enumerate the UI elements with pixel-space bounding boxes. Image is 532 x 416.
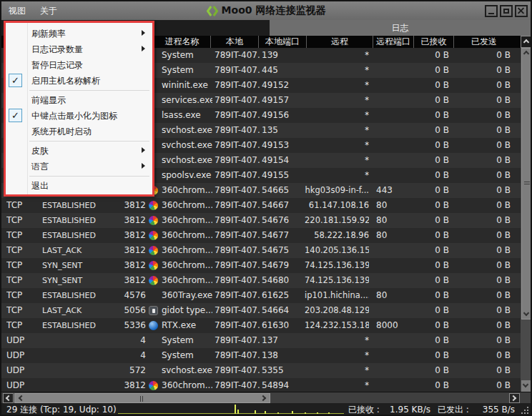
cell-lport: 54894: [262, 378, 303, 392]
header-sent[interactable]: 已发送: [454, 36, 514, 48]
cell-lport: 54665: [262, 183, 303, 198]
menu-bar: 视图 关于: [6, 1, 60, 20]
cell-local: 789IT-407...: [215, 243, 260, 258]
cell-recv: 0 B: [400, 333, 449, 348]
table-row[interactable]: UDP4System789IT-407...137*0 B0 B: [1, 333, 521, 348]
scroll-right-button[interactable]: [509, 393, 520, 403]
thumb-right-arrow-icon: [260, 395, 266, 401]
table-row[interactable]: UDP572svchost.exe789IT-407...5355*0 B0 B: [1, 363, 521, 378]
cell-name: 360chrom...: [162, 243, 212, 258]
cell-recv: 0 B: [400, 228, 449, 243]
cell-lport: 49152: [262, 78, 303, 93]
process-icon-pinwheel: [149, 246, 158, 255]
graph-spike: [265, 411, 266, 414]
menu-item-10[interactable]: 语言: [6, 159, 152, 174]
resize-grip-icon[interactable]: [520, 406, 528, 414]
menu-item-2[interactable]: 暂停日志记录: [6, 57, 152, 73]
submenu-arrow-icon: [142, 46, 145, 51]
cell-lport: 49154: [262, 153, 303, 168]
cell-local: 789IT-407...: [215, 333, 260, 348]
menu-item-5[interactable]: 前端显示: [6, 92, 152, 108]
minimize-button[interactable]: [485, 5, 498, 17]
cell-remote: 203.208.48.129: [305, 303, 369, 318]
table-row[interactable]: TCPESTABLISHED3812360chrom...789IT-407..…: [1, 213, 521, 228]
vertical-scrollbar-thumb[interactable]: [521, 48, 531, 320]
header-remote[interactable]: 远程: [307, 36, 373, 48]
cell-lport: 54675: [262, 243, 303, 258]
table-row[interactable]: TCPESTABLISHED3812360chrom...789IT-407..…: [1, 198, 521, 213]
table-row[interactable]: TCPLAST_ACK5056gidot type...789IT-407...…: [1, 303, 521, 318]
cell-recv: 0 B: [400, 318, 449, 333]
header-local[interactable]: 本地: [211, 36, 259, 48]
checked-checkbox-icon: ✓: [9, 74, 22, 87]
table-row[interactable]: TCPLAST_ACK3812360chrom...789IT-407...54…: [1, 243, 521, 258]
menu-item-0[interactable]: 刷新频率: [6, 26, 152, 41]
cell-lport: 5355: [262, 363, 303, 378]
cell-sent: 0 B: [462, 48, 511, 63]
menu-item-9[interactable]: 皮肤: [6, 143, 152, 159]
cell-remote: 74.125.136.139: [305, 258, 369, 273]
cell-local: 789IT-407...: [215, 273, 260, 288]
cell-recv: 0 B: [400, 378, 449, 392]
thumb-grip: [140, 396, 141, 402]
cell-local: 789IT-407...: [215, 378, 260, 392]
header-remote-port[interactable]: 远程端口: [373, 36, 414, 48]
cell-remote: *: [305, 348, 369, 363]
cell-recv: 0 B: [400, 63, 449, 78]
cell-recv: 0 B: [400, 93, 449, 108]
vertical-scrollbar[interactable]: [521, 36, 532, 392]
received-label: 已接收 :: [348, 404, 380, 415]
cell-lport: 61625: [262, 288, 303, 303]
menubar-view[interactable]: 视图: [6, 4, 29, 19]
cell-sent: 0 B: [462, 258, 511, 273]
status-bar: 29 连接 (Tcp: 19, Udp: 10) 已接收 : 1.95 KB/s…: [1, 403, 531, 416]
cell-remote: 220.181.159.92: [305, 213, 369, 228]
table-row[interactable]: TCPSYN_SENT3812360chrom...789IT-407...54…: [1, 258, 521, 273]
cell-name: svchost.exe: [162, 138, 212, 153]
maximize-button[interactable]: [500, 5, 513, 17]
horizontal-scrollbar-thumb[interactable]: [14, 393, 270, 403]
header-process-name[interactable]: 进程名称: [154, 36, 211, 48]
scroll-up-button[interactable]: [521, 36, 532, 48]
cell-remote: *: [305, 153, 369, 168]
menu-item-12[interactable]: 退出: [6, 178, 152, 194]
table-row[interactable]: TCPSYN_SENT3812360chrom...789IT-407...54…: [1, 273, 521, 288]
app-title: Moo0 网络连接监视器: [1, 1, 531, 20]
thumb-left-arrow-icon: [19, 395, 24, 401]
scroll-down-button[interactable]: [521, 380, 531, 392]
close-button[interactable]: [515, 5, 528, 17]
menu-item-3[interactable]: ✓启用主机名称解析: [6, 73, 152, 89]
menu-item-label: 日志记录数量: [31, 44, 83, 54]
process-icon-rtx: [149, 321, 158, 330]
cell-local: 789IT-407...: [215, 48, 260, 63]
cell-proto: UDP: [6, 363, 39, 378]
horizontal-scrollbar[interactable]: [1, 392, 532, 403]
cell-local: 789IT-407...: [215, 348, 260, 363]
cell-sent: 0 B: [462, 318, 511, 333]
cell-sent: 0 B: [462, 108, 511, 123]
cell-lport: 139: [262, 48, 303, 63]
cell-recv: 0 B: [400, 273, 449, 288]
cell-recv: 0 B: [400, 243, 449, 258]
menu-item-1[interactable]: 日志记录数量: [6, 41, 152, 57]
cell-sent: 0 B: [462, 138, 511, 153]
menu-item-7[interactable]: 系统开机时启动: [6, 124, 152, 139]
scroll-left-button[interactable]: [3, 393, 14, 403]
menu-item-6[interactable]: ✓中键点击最小化为图标: [6, 108, 152, 124]
table-row[interactable]: TCPESTABLISHED5336RTX.exe789IT-407...616…: [1, 318, 521, 333]
cell-remote: 124.232.153.186: [305, 318, 369, 333]
cell-local: 789IT-407...: [215, 198, 260, 213]
header-local-port[interactable]: 本地端口: [259, 36, 307, 48]
tab-log[interactable]: 日志: [270, 20, 531, 36]
cell-lport: 54680: [262, 273, 303, 288]
cell-sent: 0 B: [462, 243, 511, 258]
cell-local: 789IT-407...: [215, 63, 260, 78]
table-row[interactable]: TCPESTABLISHED3812360chrom...789IT-407..…: [1, 228, 521, 243]
menubar-about[interactable]: 关于: [37, 4, 60, 19]
header-received[interactable]: 已接收: [414, 36, 454, 48]
table-row[interactable]: TCPESTABLISHED4576360Tray.exe789IT-407..…: [1, 288, 521, 303]
table-row[interactable]: UDP4System789IT-407...138*0 B0 B: [1, 348, 521, 363]
cell-pid: 3812: [104, 228, 146, 243]
table-row[interactable]: UDP3812360chrom...789IT-407...54894*0 B0…: [1, 378, 521, 392]
menu-item-label: 系统开机时启动: [31, 127, 92, 137]
